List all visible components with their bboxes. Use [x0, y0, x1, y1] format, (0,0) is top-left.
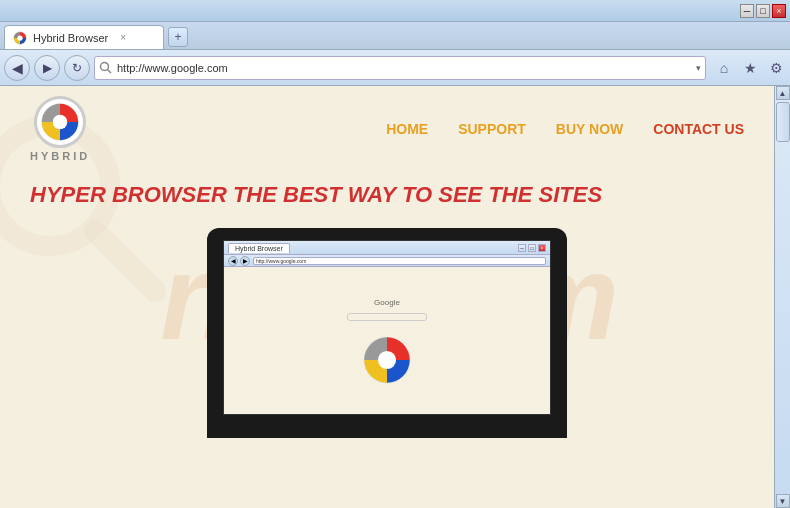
- back-button[interactable]: ◀: [4, 55, 30, 81]
- forward-icon: ▶: [43, 61, 52, 75]
- nav-support[interactable]: SUPPORT: [458, 121, 526, 137]
- hero-title: HYPER BROWSER THE BEST WAY TO SEE THE SI…: [30, 182, 744, 208]
- hybrid-logo-icon: [40, 102, 80, 142]
- content-area: risk.com: [0, 86, 790, 508]
- browser-window: ─ □ × Hybrid Browser × + ◀ ▶: [0, 0, 790, 508]
- back-icon: ◀: [12, 60, 23, 76]
- star-icon: ★: [744, 60, 757, 76]
- scroll-up-button[interactable]: ▲: [776, 86, 790, 100]
- star-toolbar-button[interactable]: ★: [740, 58, 760, 78]
- browser-tab[interactable]: Hybrid Browser ×: [4, 25, 164, 49]
- address-dropdown-icon: ▾: [696, 63, 701, 73]
- title-bar-controls: ─ □ ×: [740, 4, 786, 18]
- scroll-down-icon: ▼: [779, 497, 787, 506]
- site-nav: HOME SUPPORT BUY NOW CONTACT US: [386, 121, 744, 137]
- title-bar: ─ □ ×: [0, 0, 790, 22]
- logo-text: HYBRID: [30, 150, 90, 162]
- new-tab-button[interactable]: +: [168, 27, 188, 47]
- mini-google-label: Google: [374, 298, 400, 307]
- site-header: HYBRID HOME SUPPORT BUY NOW CONTACT US: [0, 86, 774, 172]
- mini-browser-titlebar: Hybrid Browser ─ □ ×: [224, 241, 550, 255]
- laptop-mockup: Hybrid Browser ─ □ × ◀ ▶: [0, 228, 774, 438]
- laptop-screen: Hybrid Browser ─ □ × ◀ ▶: [223, 240, 551, 415]
- tab-label: Hybrid Browser: [33, 32, 108, 44]
- forward-button[interactable]: ▶: [34, 55, 60, 81]
- refresh-button[interactable]: ↻: [64, 55, 90, 81]
- address-bar[interactable]: ▾: [94, 56, 706, 80]
- search-icon: [99, 61, 113, 75]
- home-icon: ⌂: [720, 60, 728, 76]
- settings-toolbar-button[interactable]: ⚙: [766, 58, 786, 78]
- home-toolbar-button[interactable]: ⌂: [714, 58, 734, 78]
- address-input[interactable]: [117, 62, 692, 74]
- mini-address-text: http://www.google.com: [256, 258, 306, 264]
- close-button[interactable]: ×: [772, 4, 786, 18]
- maximize-button[interactable]: □: [756, 4, 770, 18]
- mini-tab-label: Hybrid Browser: [235, 245, 283, 252]
- svg-point-2: [101, 62, 109, 70]
- website-content: risk.com: [0, 86, 774, 508]
- mini-forward-btn[interactable]: ▶: [240, 256, 250, 266]
- hero-section: HYPER BROWSER THE BEST WAY TO SEE THE SI…: [0, 172, 774, 208]
- navigation-bar: ◀ ▶ ↻ ▾ ⌂ ★ ⚙: [0, 50, 790, 86]
- tab-close-button[interactable]: ×: [120, 32, 126, 43]
- tab-bar: Hybrid Browser × +: [0, 22, 790, 50]
- mini-search-box: [347, 313, 427, 321]
- mini-minimize-btn[interactable]: ─: [518, 244, 526, 252]
- svg-point-9: [378, 351, 396, 369]
- laptop-outer: Hybrid Browser ─ □ × ◀ ▶: [207, 228, 567, 438]
- logo-area: HYBRID: [30, 96, 90, 162]
- scrollbar-right: ▲ ▼: [774, 86, 790, 508]
- svg-line-3: [108, 69, 112, 73]
- mini-hybrid-logo-icon: [362, 335, 412, 385]
- svg-point-7: [53, 115, 68, 130]
- mini-close-btn[interactable]: ×: [538, 244, 546, 252]
- logo-circle: [34, 96, 86, 148]
- mini-browser-toolbar: ◀ ▶ http://www.google.com: [224, 255, 550, 267]
- mini-address-bar[interactable]: http://www.google.com: [253, 257, 546, 265]
- mini-browser-tabicons: ─ □ ×: [518, 244, 546, 252]
- scroll-down-button[interactable]: ▼: [776, 494, 790, 508]
- scroll-up-icon: ▲: [779, 89, 787, 98]
- svg-point-1: [17, 35, 22, 40]
- refresh-icon: ↻: [72, 61, 82, 75]
- minimize-button[interactable]: ─: [740, 4, 754, 18]
- nav-contact[interactable]: CONTACT US: [653, 121, 744, 137]
- scrollbar-thumb[interactable]: [776, 102, 790, 142]
- nav-buy-now[interactable]: BUY NOW: [556, 121, 623, 137]
- mini-nav-buttons: ◀ ▶: [228, 256, 250, 266]
- toolbar-icons: ⌂ ★ ⚙: [714, 58, 786, 78]
- mini-page-content: Google: [224, 267, 550, 415]
- mini-browser-tab: Hybrid Browser: [228, 243, 290, 253]
- tab-favicon-icon: [13, 31, 27, 45]
- gear-icon: ⚙: [770, 60, 783, 76]
- nav-home[interactable]: HOME: [386, 121, 428, 137]
- mini-back-btn[interactable]: ◀: [228, 256, 238, 266]
- mini-maximize-btn[interactable]: □: [528, 244, 536, 252]
